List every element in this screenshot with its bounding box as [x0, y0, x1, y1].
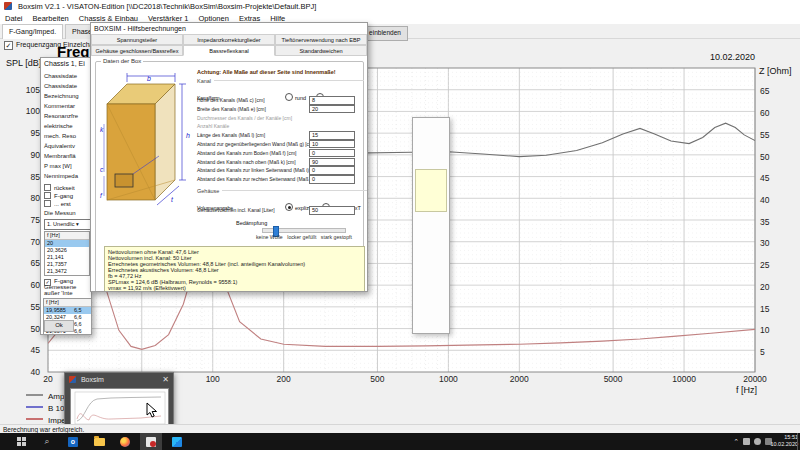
svg-text:f [Hz]: f [Hz] — [736, 385, 757, 395]
form-row: Abstand des Kanals zur rechten Seitenwan… — [197, 175, 359, 184]
taskbar-photos[interactable] — [166, 433, 188, 450]
background-dialog — [412, 117, 450, 334]
form-row: Durchmesser des Kanals / der Kanäle [cm] — [197, 114, 359, 123]
messung-label: Die Messun — [41, 208, 76, 218]
form-input[interactable]: 0 — [309, 175, 355, 184]
chassis-field-label: Kommentar — [41, 101, 91, 111]
volume-input[interactable]: 50 — [309, 206, 355, 215]
dialog-tab[interactable]: Gehäuse geschlossen/Bassreflex — [91, 45, 183, 56]
kanal-section-label: Kanal — [197, 78, 364, 84]
svg-text:5000: 5000 — [604, 374, 623, 384]
svg-text:35: 35 — [760, 217, 770, 227]
table-row[interactable]: 19,95856,5 — [44, 307, 91, 314]
taskbar-outlook[interactable]: o — [62, 433, 84, 450]
dialog-tab[interactable]: Tieftönerverwendung nach EBP — [275, 34, 367, 45]
slider-tick-label: locker gefüllt — [287, 234, 316, 240]
system-tray[interactable]: ⌃ — [733, 433, 772, 450]
dialog-tab[interactable]: Impedanzkorrekturglieder — [183, 34, 275, 45]
form-row: Länge des Kanals (Maß l) [cm] 15 — [197, 131, 359, 140]
tray-chevron-up-icon[interactable]: ⌃ — [733, 437, 739, 446]
chassis-field-label: Äquivalentv — [41, 141, 91, 151]
chassis-field-label: Nennimpeda — [41, 171, 91, 181]
groupbox-label: Daten der Box — [101, 58, 143, 64]
tray-network-icon[interactable] — [754, 438, 761, 445]
svg-text:70: 70 — [31, 237, 41, 247]
view-tab[interactable]: F-Gang/Imped. — [2, 24, 63, 39]
form-input[interactable]: 15 — [309, 131, 355, 140]
taskbar-boxsim[interactable] — [140, 433, 162, 450]
table-row[interactable]: 20 — [45, 240, 89, 247]
clock-date: 10.02.2020 — [770, 441, 798, 448]
form-input[interactable]: 0 — [309, 149, 355, 158]
taskbar-clock[interactable]: 15:51 10.02.2020 — [770, 434, 798, 448]
app-icon — [4, 2, 12, 10]
search-icon: ⌕ — [44, 437, 49, 446]
svg-text:50: 50 — [760, 152, 770, 162]
svg-text:SPL [dB]: SPL [dB] — [6, 58, 41, 68]
svg-text:90: 90 — [31, 150, 41, 160]
einbau-dropdown[interactable]: 1. Unendlic ▾ — [44, 219, 91, 230]
svg-text:20: 20 — [43, 374, 53, 384]
legend-line-sample — [26, 418, 43, 420]
chassis-field-label: elektrische — [41, 121, 91, 131]
table-row[interactable]: 21,7357 — [45, 261, 89, 268]
taskbar-explorer[interactable] — [88, 433, 110, 450]
svg-text:40: 40 — [31, 367, 41, 377]
svg-text:500: 500 — [370, 374, 384, 384]
form-input[interactable]: 0 — [309, 166, 355, 175]
einblenden-button[interactable]: einblenden — [362, 26, 408, 41]
svg-text:45: 45 — [31, 345, 41, 355]
chassis-checkbox[interactable]: rückseit — [41, 184, 91, 192]
legend-line-sample — [26, 394, 43, 396]
taskbar: ⌕ o ⌃ 15:51 10.02.2020 — [0, 433, 800, 450]
form-row: Breite des Kanals (Maß e) [cm] 20 — [197, 105, 359, 114]
dim-label-b: b — [147, 75, 151, 82]
dialog-tab[interactable]: Bassreflexkanal — [183, 45, 275, 56]
form-row: Abstand zur gegenüberliegenden Wand (Maß… — [197, 140, 359, 149]
table-row[interactable]: 21,3472 — [45, 268, 89, 275]
checkbox-icon[interactable] — [44, 192, 51, 199]
svg-text:80: 80 — [31, 193, 41, 203]
chassis-checkbox[interactable]: F-gang — [41, 192, 91, 200]
form-input[interactable]: 10 — [309, 140, 355, 149]
svg-text:75: 75 — [31, 215, 41, 225]
form-label: Abstand des Kanals zur linken Seitenwand… — [197, 167, 320, 173]
svg-text:25: 25 — [760, 260, 770, 270]
checkbox-icon[interactable] — [44, 184, 51, 191]
svg-text:60: 60 — [31, 280, 41, 290]
form-input[interactable]: 20 — [309, 105, 355, 114]
chassis-checkbox-label: ... erst — [54, 201, 71, 207]
photos-icon — [172, 437, 182, 447]
status-text: Berechnung war erfolgreich. — [3, 426, 84, 433]
table-row[interactable]: 21,141 — [45, 254, 89, 261]
close-icon[interactable]: ✕ — [162, 373, 169, 386]
kanalform-row: Kanalform rundrechteckig — [197, 86, 359, 95]
dialog-tab[interactable]: Spannungsteiler — [91, 34, 183, 45]
chassis-field-label: Resonanzfre — [41, 111, 91, 121]
svg-text:200: 200 — [277, 374, 291, 384]
table-row[interactable]: 20,3626 — [45, 247, 89, 254]
results-info-box: Nettovolumen ohne Kanal: 47,6 LiterNetto… — [104, 246, 365, 291]
search-button[interactable]: ⌕ — [36, 433, 58, 450]
ok-button[interactable]: Ok — [44, 320, 74, 332]
checkbox-checked-icon[interactable]: ✓ — [4, 41, 13, 50]
svg-text:50: 50 — [31, 324, 41, 334]
form-row: Höhe des Kanals (Maß c) [cm] 8 — [197, 96, 359, 105]
dialog-tab[interactable]: Standardweichen — [275, 45, 367, 56]
svg-text:30: 30 — [760, 238, 770, 248]
form-row: Abstand des Kanals zur linken Seitenwand… — [197, 166, 359, 175]
chassis-checkbox[interactable]: ... erst — [41, 200, 91, 208]
svg-text:Z [Ohm]: Z [Ohm] — [759, 66, 792, 76]
taskbar-firefox[interactable] — [114, 433, 136, 450]
chassis-field-label: Chassisdate — [41, 81, 91, 91]
bedaempfung-slider[interactable] — [262, 228, 346, 233]
svg-text:40: 40 — [760, 195, 770, 205]
svg-text:45: 45 — [760, 173, 770, 183]
form-input[interactable]: 8 — [309, 96, 355, 105]
start-button[interactable] — [10, 433, 32, 450]
svg-text:105: 105 — [26, 85, 40, 95]
checkbox-icon[interactable] — [44, 200, 51, 207]
windows-logo-icon — [17, 437, 26, 446]
tray-defender-icon[interactable] — [743, 438, 750, 445]
form-input[interactable]: 90 — [309, 158, 355, 167]
